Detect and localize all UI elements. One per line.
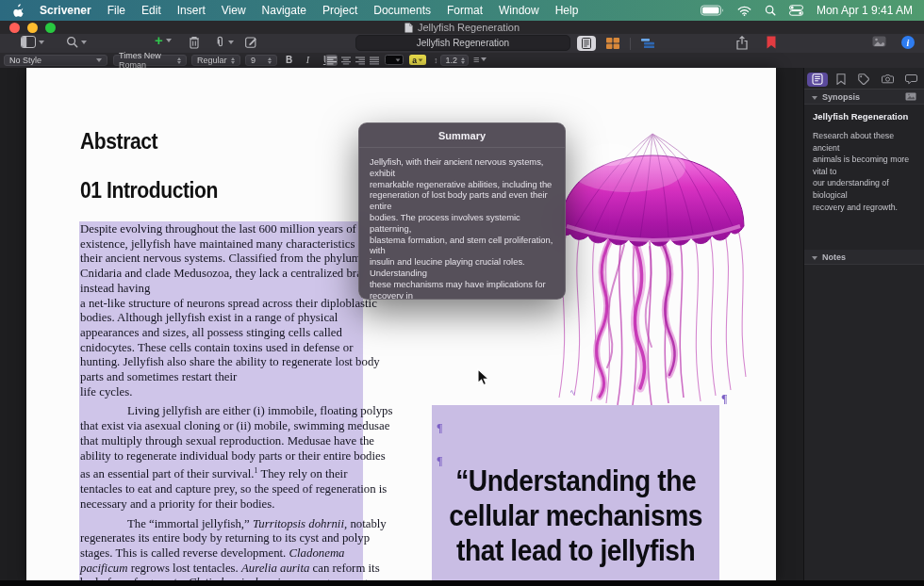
summary-popup: Summary Jellyfish, with their ancient ne… — [358, 122, 566, 300]
wifi-icon[interactable] — [737, 6, 751, 16]
view-mode-corkboard-button[interactable] — [602, 36, 624, 51]
text-color-swatch[interactable] — [385, 55, 404, 65]
spotlight-icon[interactable] — [765, 5, 776, 16]
corkboard-icon — [606, 38, 619, 49]
bold-button[interactable]: B — [283, 55, 295, 65]
line-spacing-value: 1.2 — [446, 56, 458, 65]
italic-button[interactable]: I — [302, 55, 314, 65]
binder-sidebar-icon[interactable] — [21, 36, 36, 48]
menu-items: FileEditInsertViewNavigateProjectDocumen… — [107, 4, 579, 17]
font-dropdown[interactable]: Times New Roman — [113, 55, 187, 66]
bookmark-icon[interactable] — [767, 36, 776, 49]
search-chevron[interactable] — [81, 41, 87, 44]
camera-icon — [882, 74, 894, 84]
document-title-field[interactable]: Jellyfish Regeneration — [355, 35, 570, 51]
synopsis-content[interactable]: Jellyfish Regeneration Research about th… — [804, 105, 924, 220]
tab-snapshots[interactable] — [877, 73, 898, 87]
synopsis-disclosure-chevron[interactable] — [812, 96, 817, 100]
apple-menu[interactable] — [13, 4, 25, 17]
menu-item[interactable]: View — [222, 4, 246, 17]
font-size-dropdown[interactable]: 9 — [245, 55, 277, 66]
binder-chevron[interactable] — [39, 41, 44, 44]
view-mode-separator — [630, 38, 631, 50]
add-item-button[interactable]: + — [155, 36, 163, 45]
menu-item[interactable]: Navigate — [262, 4, 306, 17]
tab-comments[interactable] — [900, 73, 921, 87]
notes-section-header[interactable]: Notes — [804, 250, 924, 265]
summary-text: Jellyfish, with their ancient nervous sy… — [370, 156, 553, 300]
notes-disclosure-chevron[interactable] — [812, 256, 817, 260]
list-chevron — [481, 57, 487, 61]
media-icon[interactable] — [872, 36, 886, 47]
pilcrow-mark: ¶ — [437, 421, 442, 435]
outline-icon — [641, 38, 654, 49]
variant-dropdown-stepper — [231, 57, 235, 64]
menu-item[interactable]: Help — [555, 4, 579, 17]
screen-bottom-edge — [0, 580, 924, 586]
document-view-icon — [582, 38, 591, 49]
paperclip-chevron[interactable] — [228, 41, 234, 44]
compose-icon[interactable] — [245, 36, 257, 48]
align-justify-button[interactable] — [368, 55, 380, 66]
synopsis-title[interactable]: Jellyfish Regeneration — [813, 111, 916, 122]
synopsis-header-label: Synopsis — [822, 92, 860, 102]
menu-item[interactable]: Documents — [373, 4, 431, 17]
highlight-color-swatch[interactable]: a — [409, 55, 426, 65]
tab-metadata[interactable] — [853, 73, 874, 87]
document-paragraph[interactable]: The “immortal jellyfish,” Turritopsis do… — [80, 517, 363, 586]
mouse-cursor — [477, 368, 489, 390]
synopsis-spacer — [804, 220, 924, 250]
trash-icon[interactable] — [189, 36, 200, 49]
pull-quote-text[interactable]: “Understanding the cellular mechanisms t… — [432, 464, 719, 568]
menu-clock[interactable]: Mon Apr 1 9:41 AM — [817, 4, 913, 17]
heading-introduction[interactable]: 01 Introduction — [80, 177, 218, 203]
add-item-chevron[interactable] — [166, 39, 172, 42]
menu-app-name[interactable]: Scrivener — [40, 4, 91, 17]
notepad-icon — [812, 73, 823, 85]
align-center-icon — [341, 57, 351, 65]
line-spacing-stepper — [461, 57, 465, 64]
line-spacing-icon: ↕ — [434, 56, 438, 65]
document-title-field-text: Jellyfish Regeneration — [417, 38, 509, 48]
paperclip-icon[interactable] — [215, 36, 225, 48]
line-spacing-control[interactable]: ↕ 1.2 — [434, 55, 469, 66]
menu-item[interactable]: Format — [447, 4, 483, 17]
menu-bar: Scrivener FileEditInsertViewNavigateProj… — [0, 0, 924, 21]
heading-abstract[interactable]: Abstract — [80, 128, 157, 155]
menu-item[interactable]: File — [107, 4, 125, 17]
window-title: Jellyfish Regeneration — [0, 22, 924, 33]
align-right-button[interactable] — [354, 55, 366, 66]
menu-item[interactable]: Project — [322, 4, 357, 17]
align-left-button[interactable] — [325, 55, 338, 66]
toolbar: + Jellyfish Regeneration i — [0, 34, 924, 53]
pull-quote-block[interactable]: ¶ ¶ “Understanding the cellular mechanis… — [432, 405, 719, 580]
share-icon[interactable] — [736, 36, 748, 50]
view-mode-document-button[interactable] — [577, 36, 596, 51]
object-anchor-mark: ∿ — [569, 388, 576, 397]
notes-header-label: Notes — [822, 252, 846, 262]
menu-item[interactable]: Insert — [177, 4, 206, 17]
tab-notes[interactable] — [807, 73, 828, 87]
line-spacing-field[interactable]: 1.2 — [440, 55, 469, 66]
view-mode-outline-button[interactable] — [636, 36, 659, 51]
list-style-control[interactable]: ≡ — [473, 55, 487, 64]
document-paragraph[interactable]: Living jellyfish are either (i) immobile… — [80, 404, 363, 512]
comment-bubble-icon — [905, 74, 917, 85]
variant-dropdown[interactable]: Regular — [191, 55, 240, 66]
menu-item[interactable]: Window — [499, 4, 539, 17]
align-center-button[interactable] — [339, 55, 352, 66]
selected-text-block[interactable]: Despite evolving throughout the last 600… — [79, 221, 363, 586]
search-icon[interactable] — [66, 36, 78, 48]
tab-bookmarks[interactable] — [831, 73, 851, 87]
document-paragraph[interactable]: Despite evolving throughout the last 600… — [80, 222, 363, 399]
style-dropdown-chevron — [96, 58, 102, 62]
inspector-toggle-button[interactable]: i — [901, 36, 915, 49]
apple-icon — [13, 4, 25, 17]
synopsis-image-icon[interactable] — [905, 92, 916, 101]
synopsis-section-header[interactable]: Synopsis — [804, 90, 924, 105]
style-dropdown[interactable]: No Style — [4, 55, 107, 66]
synopsis-body[interactable]: Research about these ancient animals is … — [813, 130, 916, 213]
variant-dropdown-value: Regular — [197, 56, 227, 65]
control-center-icon[interactable] — [789, 5, 803, 16]
menu-item[interactable]: Edit — [141, 4, 161, 17]
